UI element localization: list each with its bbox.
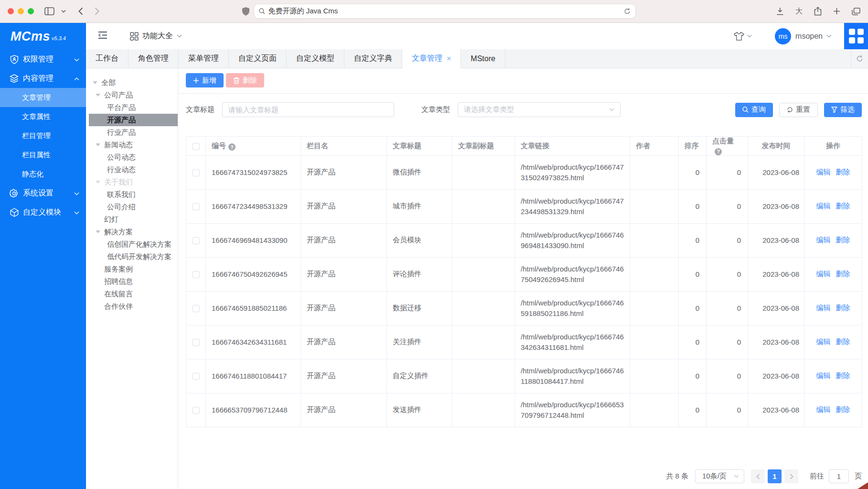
edit-link[interactable]: 编辑 (816, 168, 830, 176)
app-grid-button[interactable] (844, 23, 868, 49)
address-bar[interactable]: 免费开源的 Java Cms (254, 4, 636, 19)
sidebar-item-article-attributes[interactable]: 文章属性 (0, 107, 86, 126)
tree-node-service-cases[interactable]: 服务案例 (89, 263, 178, 275)
tree-node-partners[interactable]: 合作伙伴 (89, 300, 178, 313)
edit-link[interactable]: 编辑 (816, 236, 830, 244)
sidebar-toggle-icon[interactable] (44, 7, 54, 15)
tab-article-management[interactable]: 文章管理 × (402, 49, 461, 68)
page-number-button[interactable]: 1 (768, 469, 782, 483)
reload-icon[interactable] (624, 8, 631, 15)
row-checkbox[interactable] (193, 237, 200, 244)
privacy-shield-icon[interactable] (242, 7, 249, 16)
caret-down-icon[interactable] (96, 230, 100, 233)
title-filter-input[interactable] (222, 102, 394, 117)
tab-custom-models[interactable]: 自定义模型 (287, 49, 344, 68)
theme-menu[interactable] (734, 32, 752, 41)
tab-custom-pages[interactable]: 自定义页面 (229, 49, 287, 68)
row-checkbox[interactable] (193, 271, 200, 278)
close-window-button[interactable] (8, 8, 14, 14)
tree-node-platform-products[interactable]: 平台产品 (89, 101, 178, 114)
share-icon[interactable] (814, 7, 822, 16)
tree-node-solutions[interactable]: 解决方案 (89, 226, 178, 238)
page-size-select[interactable]: 10条/页 (695, 469, 744, 483)
row-checkbox[interactable] (193, 305, 200, 312)
prev-page-button[interactable] (751, 469, 765, 483)
sidebar-item-permissions[interactable]: 权限管理 (0, 50, 86, 69)
delete-link[interactable]: 删除 (836, 337, 850, 346)
tree-node-about-us[interactable]: 关于我们 (89, 176, 178, 188)
refresh-tab-icon[interactable] (851, 49, 868, 68)
chevron-down-icon[interactable] (826, 34, 832, 38)
help-icon[interactable]: ? (228, 143, 236, 151)
goto-page-input[interactable] (829, 469, 849, 483)
sidebar-item-column-management[interactable]: 栏目管理 (0, 126, 86, 145)
type-filter-select[interactable]: 请选择文章类型 (458, 102, 621, 117)
tree-node-company-news[interactable]: 公司动态 (89, 151, 178, 163)
minimize-window-button[interactable] (18, 8, 24, 14)
translate-icon[interactable]: 大 (795, 7, 803, 16)
sidebar-item-content[interactable]: 内容管理 (0, 69, 86, 88)
new-tab-icon[interactable] (833, 8, 840, 15)
tab-mstore[interactable]: MStore (461, 49, 505, 68)
tree-node-online-message[interactable]: 在线留言 (89, 288, 178, 300)
caret-down-icon[interactable] (93, 81, 97, 84)
chevron-down-icon[interactable] (61, 10, 66, 13)
tree-node-recruitment[interactable]: 招聘信息 (89, 275, 178, 288)
delete-link[interactable]: 删除 (836, 168, 850, 176)
row-checkbox[interactable] (193, 169, 200, 176)
row-checkbox[interactable] (193, 339, 200, 346)
user-avatar[interactable]: ms (775, 28, 791, 44)
caret-down-icon[interactable] (96, 181, 100, 184)
tree-node-lowcode-solution[interactable]: 低代码开发解决方案 (89, 250, 178, 263)
edit-link[interactable]: 编辑 (816, 371, 830, 380)
tree-node-industry-products[interactable]: 行业产品 (89, 126, 178, 139)
tree-node-industry-news[interactable]: 行业动态 (89, 163, 178, 176)
filter-button[interactable]: 筛选 (824, 103, 862, 117)
delete-link[interactable]: 删除 (836, 202, 850, 210)
row-checkbox[interactable] (193, 373, 200, 380)
tab-overview-icon[interactable] (852, 8, 860, 15)
row-checkbox[interactable] (193, 407, 200, 414)
edit-link[interactable]: 编辑 (816, 304, 830, 312)
sidebar-item-column-attributes[interactable]: 栏目属性 (0, 145, 86, 164)
tab-role-management[interactable]: 角色管理 (129, 49, 179, 68)
reset-button[interactable]: 重置 (779, 103, 818, 117)
tab-menu-management[interactable]: 菜单管理 (179, 49, 229, 68)
select-all-checkbox[interactable] (193, 143, 200, 150)
sidebar-item-article-management[interactable]: 文章管理 (0, 88, 86, 107)
tree-node-company-intro[interactable]: 公司介绍 (89, 201, 178, 213)
caret-down-icon[interactable] (96, 94, 100, 97)
tree-node-contact-us[interactable]: 联系我们 (89, 188, 178, 201)
feature-menu[interactable]: 功能大全 (130, 31, 182, 41)
edit-link[interactable]: 编辑 (816, 270, 830, 278)
tree-node-slides[interactable]: 幻灯 (89, 213, 178, 226)
back-button[interactable] (78, 7, 83, 15)
caret-down-icon[interactable] (96, 143, 100, 146)
zoom-window-button[interactable] (28, 8, 34, 14)
edit-link[interactable]: 编辑 (816, 202, 830, 210)
sidebar-item-system-settings[interactable]: 系统设置 (0, 184, 86, 203)
delete-link[interactable]: 删除 (836, 236, 850, 244)
sidebar-item-static-generation[interactable]: 静态化 (0, 164, 86, 184)
tree-node-company-products[interactable]: 公司产品 (89, 89, 178, 101)
tab-custom-dictionary[interactable]: 自定义字典 (344, 49, 402, 68)
delete-link[interactable]: 删除 (836, 405, 850, 413)
downloads-icon[interactable] (776, 7, 784, 15)
tab-workbench[interactable]: 工作台 (86, 49, 129, 68)
delete-button[interactable]: 删除 (226, 73, 264, 87)
sidebar-item-custom-modules[interactable]: 自定义模块 (0, 203, 86, 222)
tree-node-all[interactable]: 全部 (89, 76, 178, 89)
delete-link[interactable]: 删除 (836, 371, 850, 380)
help-icon[interactable]: ? (715, 148, 722, 155)
delete-link[interactable]: 删除 (836, 304, 850, 312)
edit-link[interactable]: 编辑 (816, 405, 830, 413)
add-button[interactable]: 新增 (186, 73, 224, 87)
tree-node-xinchuang-solution[interactable]: 信创国产化解决方案 (89, 238, 178, 250)
next-page-button[interactable] (784, 469, 798, 483)
delete-link[interactable]: 删除 (836, 270, 850, 278)
forward-button[interactable] (95, 7, 99, 15)
tree-node-open-source-products[interactable]: 开源产品 (89, 114, 178, 126)
tree-node-news[interactable]: 新闻动态 (89, 139, 178, 151)
close-tab-icon[interactable]: × (447, 55, 451, 63)
edit-link[interactable]: 编辑 (816, 337, 830, 346)
